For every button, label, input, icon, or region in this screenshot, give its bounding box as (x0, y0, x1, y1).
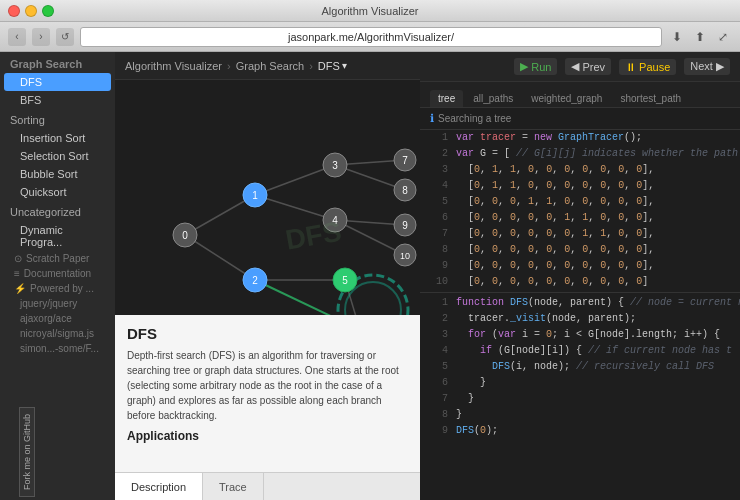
code-line: 3 for (var i = 0; i < G[node].length; i+… (420, 327, 740, 343)
svg-text:9: 9 (402, 220, 408, 231)
prev-icon: ◀ (571, 60, 579, 73)
code-line: 5 DFS(i, node); // recursively call DFS (420, 359, 740, 375)
svg-text:5: 5 (342, 275, 348, 286)
sidebar-item-quicksort[interactable]: Quicksort (0, 183, 115, 201)
download-icon[interactable]: ⬇ (668, 28, 686, 46)
close-button[interactable] (8, 5, 20, 17)
sidebar-item-selection-sort[interactable]: Selection Sort (0, 147, 115, 165)
svg-line-3 (255, 195, 335, 220)
status-icon: ℹ (430, 112, 434, 125)
minimize-button[interactable] (25, 5, 37, 17)
description-subtitle: Applications (127, 429, 408, 443)
sidebar-item-sigma[interactable]: nicroyal/sigma.js (0, 326, 115, 341)
browser-actions: ⬇ ⬆ ⤢ (668, 28, 732, 46)
breadcrumb-sep2: › (309, 60, 313, 72)
svg-text:DFS: DFS (283, 216, 344, 256)
power-icon: ⚡ (14, 283, 26, 294)
svg-text:8: 8 (402, 185, 408, 196)
breadcrumb-sep1: › (227, 60, 231, 72)
breadcrumb-current[interactable]: DFS (318, 60, 340, 72)
doc-icon: ≡ (14, 268, 20, 279)
svg-line-2 (255, 165, 335, 195)
graph-area: Algorithm Visualizer › Graph Search › DF… (115, 52, 420, 500)
status-text: Searching a tree (438, 113, 511, 124)
sidebar-item-jquery[interactable]: jquery/jquery (0, 296, 115, 311)
run-button[interactable]: ▶ Run (514, 58, 557, 75)
code-line: 9 DFS(0); (420, 423, 740, 439)
share-icon[interactable]: ⬆ (691, 28, 709, 46)
graph-visualization: 0 1 2 3 4 5 6 (115, 80, 420, 320)
next-button[interactable]: Next ▶ (684, 58, 730, 75)
code-line: 5 [0, 0, 0, 1, 1, 0, 0, 0, 0, 0], (420, 194, 740, 210)
breadcrumb-dropdown-icon[interactable]: ▾ (342, 60, 347, 71)
svg-text:2: 2 (252, 275, 258, 286)
scratch-paper-icon: ⊙ (14, 253, 22, 264)
status-bar: ℹ Searching a tree (420, 108, 740, 130)
code-toolbar: ▶ Run ◀ Prev ⏸ Pause Next ▶ (420, 52, 740, 82)
breadcrumb-root[interactable]: Algorithm Visualizer (125, 60, 222, 72)
back-button[interactable]: ‹ (8, 28, 26, 46)
forward-button[interactable]: › (32, 28, 50, 46)
maximize-button[interactable] (42, 5, 54, 17)
code-line: 4 if (G[node][i]) { // if current node h… (420, 343, 740, 359)
tab-weighted-graph[interactable]: weighted_graph (523, 90, 610, 107)
graph-svg: 0 1 2 3 4 5 6 (115, 80, 420, 320)
code-line: 10 [0, 0, 0, 0, 0, 0, 0, 0, 0, 0] (420, 274, 740, 290)
description-area: DFS Depth-first search (DFS) is an algor… (115, 315, 420, 500)
right-panel: ▶ Run ◀ Prev ⏸ Pause Next ▶ tree all_pat… (420, 52, 740, 500)
code-line: 2 var G = [ // G[i][j] indicates whether… (420, 146, 740, 162)
tab-shortest-path[interactable]: shortest_path (612, 90, 689, 107)
sidebar: Graph Search DFS BFS Sorting Insertion S… (0, 52, 115, 500)
tab-trace[interactable]: Trace (203, 473, 264, 500)
window-title: Algorithm Visualizer (321, 5, 418, 17)
code-line: 1 var tracer = new GraphTracer(); (420, 130, 740, 146)
svg-text:1: 1 (252, 190, 258, 201)
refresh-button[interactable]: ↺ (56, 28, 74, 46)
sidebar-section-uncategorized: Uncategorized (0, 201, 115, 221)
sidebar-section-sorting: Sorting (0, 109, 115, 129)
code-tabs: tree all_paths weighted_graph shortest_p… (420, 82, 740, 108)
tab-all-paths[interactable]: all_paths (465, 90, 521, 107)
code-line: 9 [0, 0, 0, 0, 0, 0, 0, 0, 0, 0], (420, 258, 740, 274)
svg-text:0: 0 (182, 230, 188, 241)
sidebar-item-dynamic-prog[interactable]: Dynamic Progra... (0, 221, 115, 251)
run-icon: ▶ (520, 60, 528, 73)
sidebar-item-bubble-sort[interactable]: Bubble Sort (0, 165, 115, 183)
titlebar: Algorithm Visualizer (0, 0, 740, 22)
code-line: 1 function DFS(node, parent) { // node =… (420, 295, 740, 311)
sidebar-section-graph: Graph Search (0, 52, 115, 73)
fork-github-badge[interactable]: Fork me on GitHub (19, 407, 35, 497)
code-editor[interactable]: 1 var tracer = new GraphTracer(); 2 var … (420, 130, 740, 500)
pause-icon: ⏸ (625, 61, 636, 73)
sidebar-item-insertion-sort[interactable]: Insertion Sort (0, 129, 115, 147)
tab-tree[interactable]: tree (430, 90, 463, 107)
pause-button[interactable]: ⏸ Pause (619, 59, 676, 75)
breadcrumb-section[interactable]: Graph Search (236, 60, 304, 72)
svg-text:10: 10 (400, 251, 410, 261)
sidebar-item-simon[interactable]: simon...-some/F... (0, 341, 115, 356)
code-line: 7 [0, 0, 0, 0, 0, 0, 1, 1, 0, 0], (420, 226, 740, 242)
prev-button[interactable]: ◀ Prev (565, 58, 611, 75)
sidebar-item-bfs[interactable]: BFS (0, 91, 115, 109)
code-line: 8 [0, 0, 0, 0, 0, 0, 0, 0, 0, 0], (420, 242, 740, 258)
code-line: 2 tracer._visit(node, parent); (420, 311, 740, 327)
main-content: Graph Search DFS BFS Sorting Insertion S… (0, 52, 740, 500)
svg-text:7: 7 (402, 155, 408, 166)
description-text: Depth-first search (DFS) is an algorithm… (127, 348, 408, 423)
code-line: 3 [0, 1, 1, 0, 0, 0, 0, 0, 0, 0], (420, 162, 740, 178)
code-line: 6 } (420, 375, 740, 391)
code-line: 7 } (420, 391, 740, 407)
sidebar-item-documentation[interactable]: ≡ Documentation (0, 266, 115, 281)
description-title: DFS (127, 325, 408, 342)
breadcrumb: Algorithm Visualizer › Graph Search › DF… (115, 52, 420, 80)
sidebar-item-scratch-paper[interactable]: ⊙ Scratch Paper (0, 251, 115, 266)
sidebar-item-powered-by[interactable]: ⚡ Powered by ... (0, 281, 115, 296)
description-tabs: Description Trace (115, 472, 420, 500)
expand-icon[interactable]: ⤢ (714, 28, 732, 46)
sidebar-item-ajaxorg[interactable]: ajaxorg/ace (0, 311, 115, 326)
tab-description[interactable]: Description (115, 473, 203, 500)
address-bar[interactable]: jasonpark.me/AlgorithmVisualizer/ (80, 27, 662, 47)
browser-toolbar: ‹ › ↺ jasonpark.me/AlgorithmVisualizer/ … (0, 22, 740, 52)
sidebar-item-dfs[interactable]: DFS (4, 73, 111, 91)
window-controls (8, 5, 54, 17)
